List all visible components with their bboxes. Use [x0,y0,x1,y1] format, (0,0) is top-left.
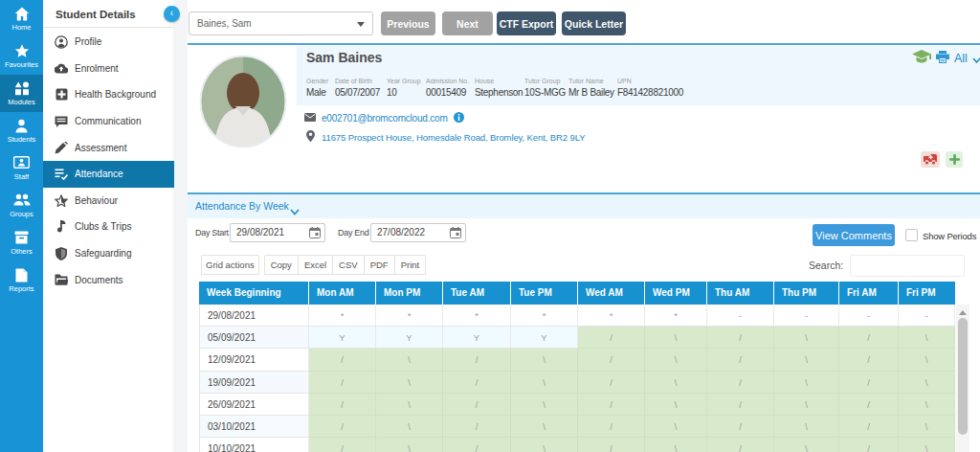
column-header-mon-pm[interactable]: Mon PM [376,282,443,305]
column-header-fri-pm[interactable]: Fri PM [899,282,955,305]
sidebar-item-attendance[interactable]: Attendance [43,161,174,188]
attendance-cell[interactable]: - [839,305,899,327]
show-periods-checkbox[interactable] [905,229,918,241]
nav-others[interactable]: Others [0,224,43,261]
attendance-cell[interactable]: / [707,416,774,438]
scrollbar-thumb[interactable] [958,318,968,435]
sidebar-item-communication[interactable]: Communication [43,108,174,135]
attendance-cell[interactable]: / [443,372,511,394]
attendance-cell[interactable]: / [578,394,645,416]
sidebar-item-clubs-trips[interactable]: Clubs & Trips [43,214,174,240]
nav-groups[interactable]: Groups [0,187,43,224]
attendance-cell[interactable]: Y [309,327,376,349]
attendance-cell[interactable]: \ [511,416,578,438]
attendance-cell[interactable]: \ [774,349,839,371]
search-input[interactable] [850,255,965,277]
table-scrollbar[interactable] [956,282,969,452]
student-address[interactable]: 11675 Prospect House, Homesdale Road, Br… [322,132,585,143]
sidebar-item-safeguarding[interactable]: Safeguarding [43,240,174,267]
attendance-cell[interactable]: / [443,394,511,416]
attendance-cell[interactable]: / [707,327,774,349]
column-header-mon-am[interactable]: Mon AM [309,282,376,305]
attendance-cell[interactable]: / [578,372,645,394]
nav-reports[interactable]: Reports [0,261,43,299]
attendance-cell[interactable]: \ [899,372,955,394]
attendance-cell[interactable]: \ [645,416,707,438]
attendance-cell[interactable]: \ [511,349,578,371]
attendance-cell[interactable]: / [309,349,376,371]
sidebar-item-enrolment[interactable]: Enrolment [43,56,174,82]
attendance-cell[interactable]: \ [774,372,839,394]
sidebar-item-documents[interactable]: Documents [43,266,174,293]
sidebar-item-health-background[interactable]: Health Background [43,81,174,108]
attendance-cell[interactable]: / [839,372,899,394]
sidebar-item-profile[interactable]: Profile [43,29,174,56]
attendance-cell[interactable]: * [309,305,376,327]
attendance-cell[interactable]: \ [511,372,578,394]
attendance-cell[interactable]: * [443,305,511,327]
attendance-cell[interactable]: * [511,305,578,327]
attendance-cell[interactable]: / [839,438,899,452]
attendance-cell[interactable]: \ [899,438,955,452]
attendance-cell[interactable]: Y [443,327,511,349]
week-beginning-cell[interactable]: 19/09/2021 [199,372,309,394]
grid-button-excel[interactable]: Excel [298,255,333,275]
scrollbar-up-icon[interactable] [959,310,967,315]
week-beginning-cell[interactable]: 29/08/2021 [199,305,309,327]
email-info-icon[interactable] [454,112,464,124]
attendance-cell[interactable]: \ [899,349,955,371]
ctf-export-button[interactable]: CTF Export [497,11,556,35]
grid-button-print[interactable]: Print [394,255,427,275]
attendance-cell[interactable]: \ [774,327,839,349]
attendance-cell[interactable]: \ [774,394,839,416]
column-header-wed-pm[interactable]: Wed PM [645,282,707,305]
attendance-cell[interactable]: / [309,438,376,452]
all-filter-dropdown[interactable]: All [954,52,968,65]
next-button[interactable]: Next [442,11,493,35]
nav-students[interactable]: Students [0,112,43,149]
add-button-icon[interactable] [946,151,963,168]
attendance-cell[interactable]: * [578,305,645,327]
column-header-tue-am[interactable]: Tue AM [443,282,511,305]
week-beginning-cell[interactable]: 03/10/2021 [199,416,309,438]
attendance-cell[interactable]: / [839,416,899,438]
attendance-cell[interactable]: \ [774,416,839,438]
attendance-cell[interactable]: \ [376,438,443,452]
sidebar-item-behaviour[interactable]: Behaviour [43,188,174,215]
grid-button-csv[interactable]: CSV [332,255,365,275]
attendance-cell[interactable]: \ [899,394,955,416]
attendance-cell[interactable]: / [309,416,376,438]
attendance-cell[interactable]: / [839,349,899,371]
previous-button[interactable]: Previous [381,11,435,35]
nav-modules[interactable]: Modules [0,75,43,112]
attendance-section-title[interactable]: Attendance By Week [195,200,289,212]
attendance-cell[interactable]: \ [511,438,578,452]
attendance-cell[interactable]: \ [774,438,839,452]
column-header-tue-pm[interactable]: Tue PM [511,282,578,305]
attendance-cell[interactable]: / [707,438,774,452]
attendance-cell[interactable]: / [443,349,511,371]
attendance-cell[interactable]: / [443,438,511,452]
week-beginning-cell[interactable]: 05/09/2021 [199,327,309,349]
nav-home[interactable]: Home [0,0,43,37]
attendance-cell[interactable]: \ [376,394,443,416]
attendance-cell[interactable]: / [839,327,899,349]
calendar-icon[interactable] [309,227,321,244]
attendance-cell[interactable]: \ [376,416,443,438]
column-header-week-beginning[interactable]: Week Beginning [199,282,309,305]
view-comments-button[interactable]: View Comments [813,224,895,246]
attendance-cell[interactable]: / [309,372,376,394]
attendance-cell[interactable]: \ [899,327,955,349]
column-header-fri-am[interactable]: Fri AM [839,282,899,305]
attendance-cell[interactable]: - [774,305,839,327]
week-beginning-cell[interactable]: 10/10/2021 [199,438,309,452]
attendance-cell[interactable]: \ [511,394,578,416]
attendance-cell[interactable]: Y [511,327,578,349]
attendance-cell[interactable]: / [839,394,899,416]
attendance-cell[interactable]: / [578,438,645,452]
attendance-cell[interactable]: \ [376,349,443,371]
attendance-cell[interactable]: - [899,305,955,327]
attendance-cell[interactable]: / [707,372,774,394]
week-beginning-cell[interactable]: 26/09/2021 [199,394,309,416]
column-header-thu-pm[interactable]: Thu PM [774,282,839,305]
